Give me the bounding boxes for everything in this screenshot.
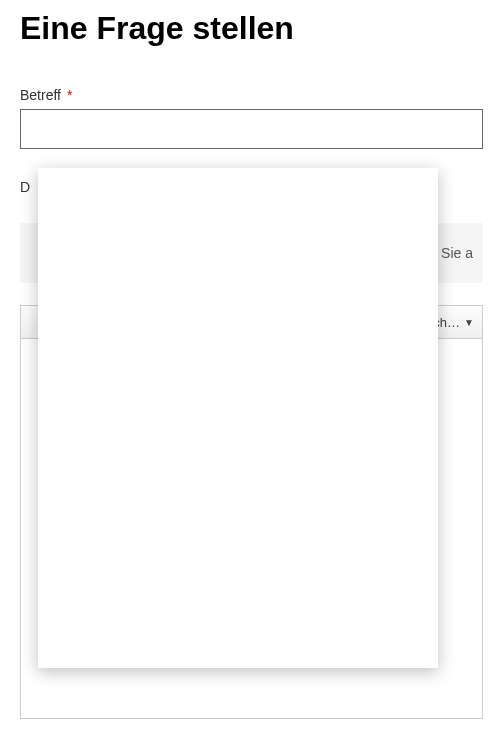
suggestions-popup[interactable] <box>38 168 438 668</box>
subject-label: Betreff * <box>20 87 483 103</box>
subject-label-text: Betreff <box>20 87 61 103</box>
required-asterisk: * <box>67 87 72 103</box>
page-title: Eine Frage stellen <box>20 10 483 47</box>
chevron-down-icon: ▼ <box>464 317 474 328</box>
subject-input[interactable] <box>20 109 483 149</box>
